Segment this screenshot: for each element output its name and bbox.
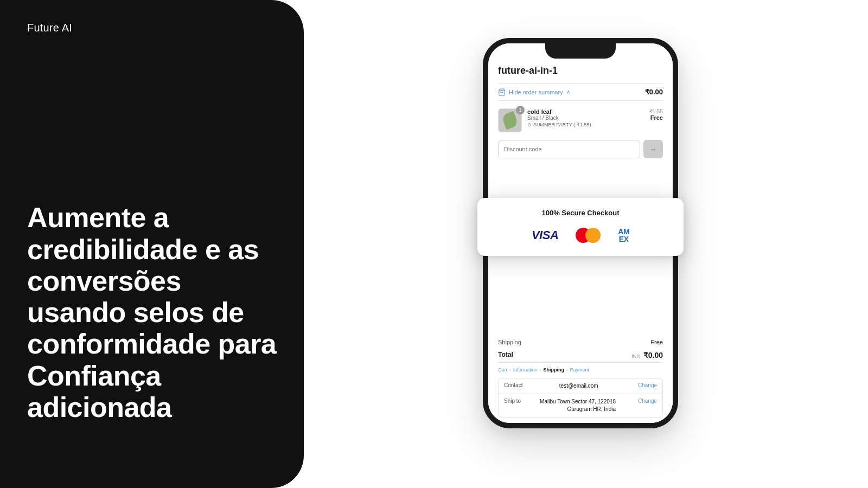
secure-checkout-card: 100% Secure Checkout VISA AMEX bbox=[477, 198, 684, 256]
right-panel: future-ai-in-1 Hide order summary ∧ ₹0.0… bbox=[304, 0, 868, 488]
item-price: ₹1.55 Free bbox=[649, 108, 663, 121]
price-final: Free bbox=[649, 114, 663, 121]
breadcrumb-shipping[interactable]: Shipping bbox=[543, 367, 564, 373]
item-details: cold leaf Small / Black ⊙ SUMMER PARTY (… bbox=[527, 108, 644, 127]
breadcrumb: Cart › Information › Shipping › Payment bbox=[498, 362, 663, 378]
item-image-wrap: 1 bbox=[498, 108, 522, 132]
shipto-row: Ship to Malibu Town Sector 47, 122018Gur… bbox=[499, 394, 662, 417]
cart-icon bbox=[498, 88, 506, 96]
shipping-row: Shipping Free bbox=[498, 336, 663, 348]
logo: Future AI bbox=[27, 22, 277, 34]
contact-row: Contact test@email.com Change bbox=[499, 378, 662, 394]
chevron-up-icon: ∧ bbox=[566, 89, 570, 95]
mastercard-logo bbox=[576, 228, 601, 243]
total-amount: ₹0.00 bbox=[643, 351, 663, 359]
phone-bottom: Shipping Free Total INR ₹0.00 Cart › Inf… bbox=[488, 336, 673, 423]
contact-label: Contact bbox=[504, 382, 522, 388]
phone-container: future-ai-in-1 Hide order summary ∧ ₹0.0… bbox=[483, 38, 689, 450]
total-value: INR ₹0.00 bbox=[631, 351, 663, 359]
mastercard-right-circle bbox=[585, 228, 601, 243]
arrow-right-icon: → bbox=[649, 145, 657, 153]
shipping-value: Free bbox=[650, 339, 663, 345]
price-original: ₹1.55 bbox=[649, 108, 663, 114]
shipping-label: Shipping bbox=[498, 339, 521, 345]
contact-change-link[interactable]: Change bbox=[638, 382, 657, 388]
breadcrumb-sep-3: › bbox=[566, 368, 568, 373]
phone-notch bbox=[545, 43, 616, 59]
order-summary-toggle[interactable]: Hide order summary ∧ ₹0.00 bbox=[498, 83, 663, 101]
breadcrumb-sep-2: › bbox=[540, 368, 541, 373]
item-discount: ⊙ SUMMER PARTY (-₹1.55) bbox=[527, 122, 644, 127]
left-panel: Future AI Aumente a credibilidade e as c… bbox=[0, 0, 304, 488]
shipto-label: Ship to bbox=[504, 398, 521, 404]
leaf-decoration bbox=[501, 111, 519, 130]
discount-code-label: SUMMER PARTY (-₹1.55) bbox=[533, 122, 591, 127]
toggle-left: Hide order summary ∧ bbox=[498, 88, 570, 96]
discount-code-input[interactable] bbox=[498, 140, 640, 158]
total-label: Total bbox=[498, 351, 513, 359]
breadcrumb-information[interactable]: Information bbox=[513, 367, 538, 373]
total-row: Total INR ₹0.00 bbox=[498, 348, 663, 362]
breadcrumb-sep-1: › bbox=[509, 368, 511, 373]
discount-apply-button[interactable]: → bbox=[643, 140, 663, 158]
item-variant: Small / Black bbox=[527, 115, 644, 121]
secure-checkout-title: 100% Secure Checkout bbox=[490, 209, 671, 217]
item-quantity-badge: 1 bbox=[516, 106, 525, 114]
toggle-label: Hide order summary bbox=[509, 89, 563, 95]
total-currency: INR bbox=[631, 354, 640, 359]
info-section: Contact test@email.com Change Ship to Ma… bbox=[498, 378, 663, 418]
order-item: 1 cold leaf Small / Black ⊙ SUMMER PARTY… bbox=[498, 108, 663, 132]
payment-logos: VISA AMEX bbox=[490, 228, 671, 243]
shipto-value: Malibu Town Sector 47, 122018Gurugram HR… bbox=[540, 398, 616, 413]
order-total-price: ₹0.00 bbox=[645, 88, 663, 96]
headline: Aumente a credibilidade e as conversões … bbox=[27, 202, 277, 423]
visa-logo: VISA bbox=[532, 228, 558, 242]
shipto-change-link[interactable]: Change bbox=[638, 398, 657, 404]
discount-input-row: → bbox=[498, 140, 663, 158]
breadcrumb-cart[interactable]: Cart bbox=[498, 367, 507, 373]
amex-logo: AMEX bbox=[618, 228, 629, 243]
secure-card-spacer bbox=[488, 266, 673, 336]
item-name: cold leaf bbox=[527, 108, 644, 115]
discount-icon: ⊙ bbox=[527, 122, 532, 127]
contact-value: test@email.com bbox=[559, 382, 598, 390]
shop-name: future-ai-in-1 bbox=[498, 65, 663, 76]
breadcrumb-payment[interactable]: Payment bbox=[570, 367, 590, 373]
